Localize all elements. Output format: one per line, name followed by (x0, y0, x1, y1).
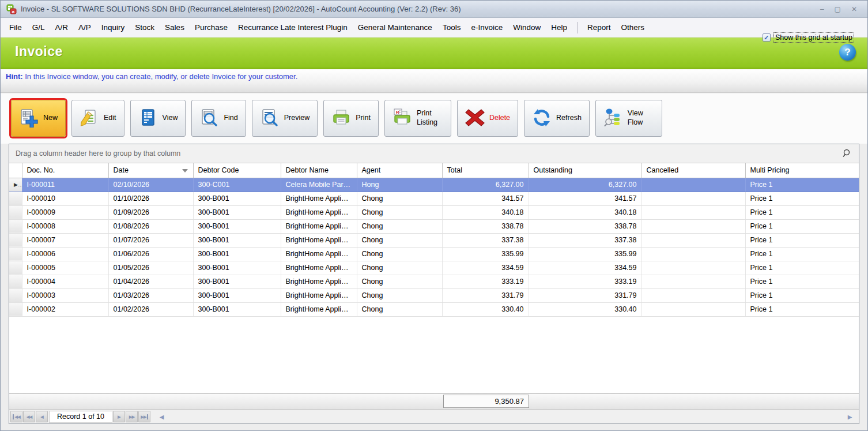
menu-item-report[interactable]: Report (582, 20, 616, 35)
menu-item-e-invoice[interactable]: e-Invoice (466, 20, 508, 35)
next-record-button[interactable]: ▶ (113, 411, 125, 422)
menu-item-tools[interactable]: Tools (437, 20, 466, 35)
cell-debtor-name[interactable]: BrightHome Applian... (281, 275, 357, 288)
cell-cancelled[interactable] (641, 302, 745, 316)
column-header-outstanding[interactable]: Outstanding (529, 163, 641, 178)
cell-doc-no[interactable]: I-000008 (22, 219, 108, 233)
delete-button[interactable]: Delete (457, 100, 518, 137)
cell-outstanding[interactable]: 6,327.00 (529, 178, 641, 192)
cell-total[interactable]: 333.19 (442, 275, 529, 288)
refresh-button[interactable]: Refresh (524, 100, 590, 137)
cell-multi-pricing[interactable]: Price 1 (745, 192, 859, 205)
cell-agent[interactable]: Chong (357, 288, 442, 302)
cell-multi-pricing[interactable]: Price 1 (745, 247, 859, 261)
column-header-debtor-name[interactable]: Debtor Name (281, 163, 357, 178)
cell-total[interactable]: 6,327.00 (442, 178, 529, 192)
cell-doc-no[interactable]: I-000010 (22, 192, 108, 205)
table-row[interactable]: I-00000801/08/2026300-B001BrightHome App… (9, 219, 859, 233)
cell-date[interactable]: 01/05/2026 (108, 261, 193, 275)
menu-item-help[interactable]: Help (546, 20, 572, 35)
edit-button[interactable]: Edit (71, 100, 124, 137)
cell-outstanding[interactable]: 341.57 (529, 192, 641, 205)
menu-item-general-maintenance[interactable]: General Maintenance (353, 20, 437, 35)
cell-agent[interactable]: Chong (357, 205, 442, 219)
cell-cancelled[interactable] (641, 288, 745, 302)
group-by-bar[interactable]: Drag a column header here to group by th… (9, 144, 859, 163)
show-grid-checkbox[interactable]: ✓ Show this grid at startup (763, 32, 854, 43)
cell-total[interactable]: 330.40 (442, 302, 529, 316)
scroll-left-button[interactable]: ◀ (156, 411, 168, 422)
cell-date[interactable]: 01/10/2026 (108, 192, 193, 205)
cell-date[interactable]: 01/09/2026 (108, 205, 193, 219)
cell-debtor-name[interactable]: Celera Mobile Partn... (281, 178, 357, 192)
table-row[interactable]: I-00001001/10/2026300-B001BrightHome App… (9, 192, 859, 205)
cell-total[interactable]: 331.79 (442, 288, 529, 302)
cell-debtor-name[interactable]: BrightHome Applian... (281, 233, 357, 247)
menu-item-file[interactable]: File (4, 20, 27, 35)
cell-agent[interactable]: Chong (357, 261, 442, 275)
cell-debtor-name[interactable]: BrightHome Applian... (281, 247, 357, 261)
column-header-doc-no[interactable]: Doc. No. (22, 163, 108, 178)
cell-agent[interactable]: Hong (357, 178, 442, 192)
menu-item-others[interactable]: Others (616, 20, 650, 35)
cell-debtor-code[interactable]: 300-B001 (193, 192, 281, 205)
column-header-date[interactable]: Date (108, 163, 193, 178)
table-row[interactable]: I-00000501/05/2026300-B001BrightHome App… (9, 261, 859, 275)
prev-page-button[interactable]: ◀◀ (23, 411, 35, 422)
cell-debtor-name[interactable]: BrightHome Applian... (281, 192, 357, 205)
cell-doc-no[interactable]: I-000005 (22, 261, 108, 275)
cell-multi-pricing[interactable]: Price 1 (745, 275, 859, 288)
menu-item-g-l[interactable]: G/L (27, 20, 50, 35)
cell-agent[interactable]: Chong (357, 275, 442, 288)
cell-multi-pricing[interactable]: Price 1 (745, 178, 859, 192)
cell-cancelled[interactable] (641, 247, 745, 261)
cell-total[interactable]: 340.18 (442, 205, 529, 219)
cell-outstanding[interactable]: 337.38 (529, 233, 641, 247)
menu-item-sales[interactable]: Sales (160, 20, 190, 35)
table-row[interactable]: I-00000901/09/2026300-B001BrightHome App… (9, 205, 859, 219)
new-button[interactable]: New (11, 100, 66, 137)
help-icon[interactable]: ? (839, 44, 856, 61)
cell-debtor-code[interactable]: 300-B001 (193, 302, 281, 316)
cell-doc-no[interactable]: I-000009 (22, 205, 108, 219)
search-icon[interactable] (842, 148, 852, 159)
cell-agent[interactable]: Chong (357, 192, 442, 205)
print-button[interactable]: Print (323, 100, 379, 137)
cell-debtor-name[interactable]: BrightHome Applian... (281, 288, 357, 302)
cell-total[interactable]: 341.57 (442, 192, 529, 205)
menu-item-a-p[interactable]: A/P (73, 20, 96, 35)
cell-debtor-name[interactable]: BrightHome Applian... (281, 302, 357, 316)
cell-date[interactable]: 01/07/2026 (108, 233, 193, 247)
cell-debtor-name[interactable]: BrightHome Applian... (281, 261, 357, 275)
column-header-multi-pricing[interactable]: Multi Pricing (745, 163, 859, 178)
menu-item-inquiry[interactable]: Inquiry (96, 20, 130, 35)
cell-doc-no[interactable]: I-000007 (22, 233, 108, 247)
cell-debtor-code[interactable]: 300-B001 (193, 219, 281, 233)
cell-cancelled[interactable] (641, 275, 745, 288)
cell-debtor-code[interactable]: 300-B001 (193, 233, 281, 247)
last-record-button[interactable]: ▶▶ (138, 411, 150, 422)
table-row[interactable]: ▶I-00001102/10/2026300-C001Celera Mobile… (9, 178, 859, 192)
cell-agent[interactable]: Chong (357, 247, 442, 261)
cell-debtor-code[interactable]: 300-C001 (193, 178, 281, 192)
prev-record-button[interactable]: ◀ (36, 411, 48, 422)
close-button[interactable]: ✕ (851, 6, 857, 13)
cell-agent[interactable]: Chong (357, 233, 442, 247)
next-page-button[interactable]: ▶▶ (126, 411, 138, 422)
preview-button[interactable]: Preview (252, 100, 318, 137)
table-row[interactable]: I-00000701/07/2026300-B001BrightHome App… (9, 233, 859, 247)
cell-agent[interactable]: Chong (357, 219, 442, 233)
cell-debtor-code[interactable]: 300-B001 (193, 261, 281, 275)
menu-item-recurrance-late-interest-plugin[interactable]: Recurrance Late Interest Plugin (233, 20, 353, 35)
column-header-cancelled[interactable]: Cancelled (641, 163, 745, 178)
cell-doc-no[interactable]: I-000006 (22, 247, 108, 261)
cell-multi-pricing[interactable]: Price 1 (745, 261, 859, 275)
cell-outstanding[interactable]: 331.79 (529, 288, 641, 302)
checkbox-icon[interactable]: ✓ (763, 33, 771, 42)
cell-date[interactable]: 01/08/2026 (108, 219, 193, 233)
cell-doc-no[interactable]: I-000011 (22, 178, 108, 192)
cell-doc-no[interactable]: I-000003 (22, 288, 108, 302)
cell-cancelled[interactable] (641, 233, 745, 247)
cell-total[interactable]: 334.59 (442, 261, 529, 275)
menu-item-purchase[interactable]: Purchase (190, 20, 233, 35)
